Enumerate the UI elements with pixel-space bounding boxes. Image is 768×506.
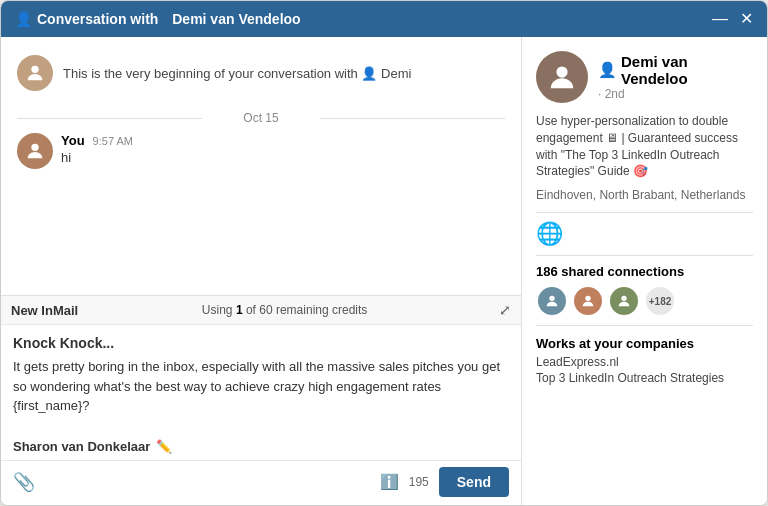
svg-point-5 [621,296,626,301]
minimize-button[interactable]: — [712,11,728,27]
recipient-avatar [17,55,53,91]
divider-1 [536,212,753,213]
edit-signature-button[interactable]: ✏️ [156,439,172,454]
profile-name-text: Demi van Vendeloo [621,53,753,87]
company-item-1: LeadExpress.nl [536,355,753,369]
svg-point-0 [31,66,38,73]
chat-panel: This is the very beginning of your conve… [1,37,522,505]
profile-degree: · 2nd [598,87,753,101]
works-at-title: Works at your companies [536,336,753,351]
conversation-modal: 👤 Conversation with Demi van Vendeloo — … [0,0,768,506]
profile-avatar [536,51,588,103]
compose-subject: Knock Knock... [13,335,509,351]
modal-body: This is the very beginning of your conve… [1,37,767,505]
svg-point-1 [31,144,38,151]
svg-point-4 [585,296,590,301]
profile-header: 👤 Demi van Vendeloo · 2nd [536,51,753,103]
connections-avatars: +182 [536,285,753,317]
send-button[interactable]: Send [439,467,509,497]
globe-icon: 🌐 [536,221,753,247]
modal-header: 👤 Conversation with Demi van Vendeloo — … [1,1,767,37]
connections-more: +182 [644,285,676,317]
compose-area: New InMail Using 1 of 60 remaining credi… [1,295,521,505]
chat-message: You 9:57 AM hi [17,133,505,169]
header-controls: — ✕ [712,11,753,27]
profile-location: Eindhoven, North Brabant, Netherlands [536,188,753,202]
company-item-2: Top 3 LinkedIn Outreach Strategies [536,371,753,385]
connections-section: 186 shared connections +182 [536,264,753,317]
svg-point-2 [556,66,567,77]
close-button[interactable]: ✕ [740,11,753,27]
profile-panel: 👤 Demi van Vendeloo · 2nd Use hyper-pers… [522,37,767,505]
compose-footer: 📎 ℹ️ 195 Send [1,460,521,505]
connection-avatar-2 [572,285,604,317]
signature-text: Sharon van Donkelaar [13,439,150,454]
connection-avatar-3 [608,285,640,317]
start-notice-text: This is the very beginning of your conve… [63,66,411,81]
profile-person-icon: 👤 [598,61,617,79]
message-time: 9:57 AM [93,135,133,147]
date-divider: Oct 15 [17,111,505,125]
person-icon: 👤 [15,11,32,27]
profile-name: 👤 Demi van Vendeloo [598,53,753,87]
profile-name-section: 👤 Demi van Vendeloo · 2nd [598,53,753,101]
char-count: 195 [409,475,429,489]
info-icon: ℹ️ [380,473,399,491]
compose-body[interactable]: Knock Knock... It gets pretty boring in … [1,325,521,435]
svg-point-3 [549,296,554,301]
attach-icon[interactable]: 📎 [13,471,35,493]
compose-credits: Using 1 of 60 remaining credits [202,303,367,317]
message-author: You [61,133,85,148]
compose-expand-button[interactable]: ⤢ [499,302,511,318]
message-text: hi [61,150,133,165]
header-title: 👤 Conversation with Demi van Vendeloo [15,11,301,27]
chat-messages: This is the very beginning of your conve… [1,37,521,295]
connections-count: 186 shared connections [536,264,753,279]
profile-headline: Use hyper-personalization to double enga… [536,113,753,180]
compose-label: New InMail [11,303,78,318]
compose-footer-left: 📎 [13,471,35,493]
divider-3 [536,325,753,326]
message-content: You 9:57 AM hi [61,133,133,165]
chat-start-notice: This is the very beginning of your conve… [17,49,505,103]
connection-avatar-1 [536,285,568,317]
compose-body-text: It gets pretty boring in the inbox, espe… [13,357,509,416]
compose-header: New InMail Using 1 of 60 remaining credi… [1,296,521,325]
header-contact-name: Demi van Vendeloo [172,11,300,27]
message-meta: You 9:57 AM [61,133,133,148]
header-title-text: Conversation with [37,11,158,27]
sender-avatar [17,133,53,169]
compose-footer-right: ℹ️ 195 Send [380,467,509,497]
compose-signature: Sharon van Donkelaar ✏️ [1,435,521,460]
divider-2 [536,255,753,256]
works-at-section: Works at your companies LeadExpress.nl T… [536,336,753,385]
